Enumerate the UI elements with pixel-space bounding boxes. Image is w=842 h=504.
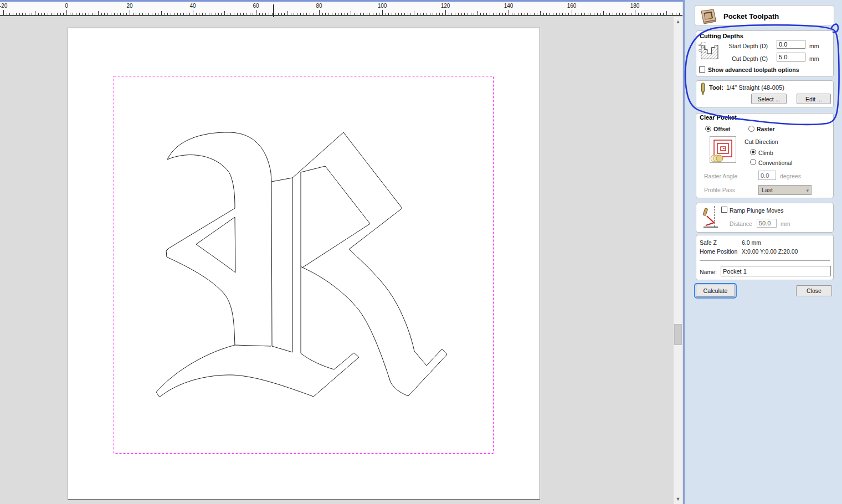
panel-title: Pocket Toolpath	[723, 12, 779, 20]
advanced-options-checkbox[interactable]	[699, 66, 705, 73]
safe-z-value: 6.0 mm	[742, 239, 761, 246]
ramp-plunge-label: Ramp Plunge Moves	[730, 207, 783, 214]
advanced-options-label: Show advanced toolpath options	[708, 66, 799, 73]
cut-depth-input[interactable]	[777, 53, 805, 61]
scrollbar-thumb[interactable]	[674, 324, 682, 345]
name-label: Name:	[700, 269, 717, 275]
profile-pass-dropdown[interactable]: Last ▾	[758, 185, 812, 195]
home-position-value: X:0.00 Y:0.00 Z:20.00	[742, 248, 798, 255]
safe-z-label: Safe Z	[700, 239, 717, 246]
cut-depth-unit: mm	[809, 55, 819, 62]
ramp-plunge-icon	[702, 205, 719, 230]
raster-angle-label: Raster Angle	[704, 173, 737, 179]
horizontal-ruler: -20020406080100120140160180	[0, 2, 682, 16]
close-button[interactable]: Close	[796, 285, 832, 296]
tool-select-button[interactable]: Select ...	[751, 94, 787, 104]
vertical-scrollbar[interactable]: ▲ ▼	[674, 17, 682, 504]
scroll-down-icon[interactable]: ▼	[674, 495, 682, 504]
clear-pocket-title: Clear Pocket ...	[700, 114, 743, 121]
ruler-cursor-marker	[273, 4, 274, 18]
blackletter-r-outline	[156, 132, 447, 397]
climb-label: Climb	[758, 150, 773, 156]
tool-bit-icon	[700, 83, 706, 96]
pocket-toolpath-panel: Pocket Toolpath Cutting Depths D C Start…	[685, 0, 842, 504]
start-depth-unit: mm	[809, 43, 819, 49]
distance-unit: mm	[781, 220, 790, 227]
distance-input	[757, 219, 777, 228]
raster-radio[interactable]	[748, 126, 754, 132]
selection-bounds-rect	[114, 76, 494, 454]
depth-profile-icon: D C	[698, 41, 721, 61]
tool-value: 1/4" Straight (48-005)	[726, 84, 784, 91]
calculate-button[interactable]: Calculate	[696, 285, 735, 297]
offset-pattern-icon	[710, 136, 736, 163]
home-position-label: Home Position	[700, 248, 737, 255]
cut-direction-label: Cut Direction	[745, 138, 778, 145]
cut-depth-label: Cut Depth (C)	[720, 55, 768, 62]
tool-edit-button[interactable]: Edit ...	[797, 94, 831, 104]
raster-label: Raster	[757, 126, 775, 132]
start-depth-label: Start Depth (D)	[720, 43, 768, 49]
toolpath-name-input[interactable]	[721, 266, 831, 276]
offset-radio[interactable]	[705, 126, 711, 132]
summary-divider	[700, 260, 830, 261]
app-window: -20020406080100120140160180 ▲ ▼ Pocket T…	[0, 0, 842, 504]
profile-pass-label: Profile Pass	[704, 187, 735, 193]
profile-pass-value: Last	[762, 187, 773, 193]
conventional-label: Conventional	[758, 160, 792, 166]
climb-radio[interactable]	[750, 149, 756, 155]
offset-label: Offset	[713, 126, 730, 132]
panel-header: Pocket Toolpath	[695, 5, 834, 26]
scroll-up-icon[interactable]: ▲	[674, 17, 682, 27]
pocket-3d-icon	[700, 8, 717, 24]
start-depth-input[interactable]	[777, 40, 805, 49]
vector-drawing	[68, 28, 540, 500]
raster-angle-unit: degrees	[780, 173, 801, 179]
raster-angle-input	[758, 171, 776, 180]
cutting-depths-title: Cutting Depths	[700, 33, 743, 39]
distance-label: Distance	[730, 220, 752, 227]
ramp-plunge-checkbox[interactable]	[721, 207, 727, 213]
tool-label: Tool:	[709, 84, 723, 91]
conventional-radio[interactable]	[750, 159, 756, 165]
chevron-down-icon: ▾	[806, 188, 809, 193]
